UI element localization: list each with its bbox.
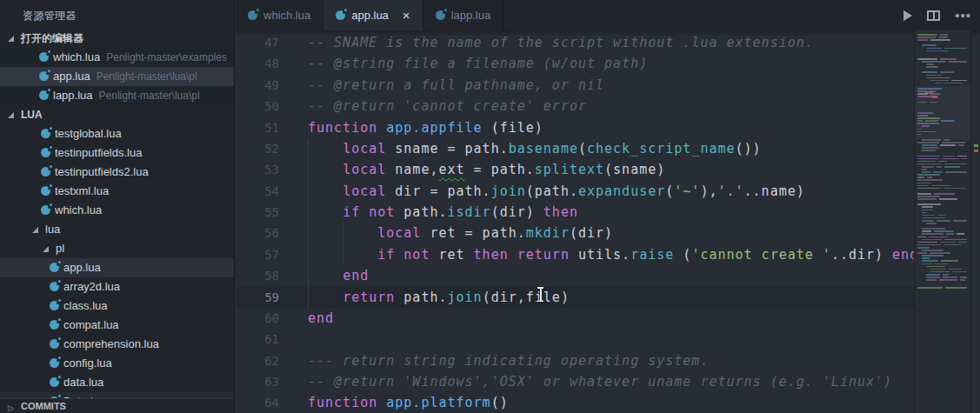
tree-file[interactable]: array2d.lua [0, 277, 234, 296]
lua-file-icon [39, 90, 49, 100]
minimap-line [917, 58, 937, 60]
minimap-line [960, 279, 965, 281]
minimap-line [939, 279, 957, 281]
open-editors-header[interactable]: 打开的编辑器 [0, 29, 234, 48]
line-number: 64 [236, 392, 279, 413]
minimap-line [940, 71, 955, 73]
tab-which.lua[interactable]: which.lua [236, 0, 323, 30]
more-actions-icon[interactable]: ••• [955, 11, 971, 20]
split-editor-icon[interactable] [927, 10, 940, 21]
open-editor-item[interactable]: app.luaPenlight-master\lua\pl [0, 67, 234, 86]
minimap-line [937, 215, 945, 216]
minimap-line [940, 58, 957, 60]
line-number: 50 [236, 96, 279, 117]
open-editor-item[interactable]: which.luaPenlight-master\examples [0, 48, 234, 67]
folder-name: pl [56, 242, 64, 255]
minimap-line [946, 233, 954, 235]
close-icon[interactable]: × [403, 9, 410, 22]
tab-bar: which.luaapp.lua×lapp.lua ••• [236, 0, 980, 30]
minimap-line [926, 50, 948, 52]
minimap-line [939, 198, 957, 200]
code-line-48: 48-- @string file a filename (w/out path… [236, 53, 914, 74]
line-number: 59 [236, 287, 279, 308]
tab-lapp.lua[interactable]: lapp.lua [423, 0, 504, 30]
tab-label: lapp.lua [451, 9, 491, 22]
file-name: app.lua [63, 261, 101, 274]
lua-file-icon [41, 148, 50, 157]
folder-section-header[interactable]: LUA [0, 105, 234, 124]
code-line-57: 57 if not ret then return utils.raise ('… [236, 244, 914, 265]
minimap-line [917, 185, 929, 187]
minimap-line [943, 274, 949, 276]
line-number: 49 [236, 75, 279, 96]
minimap-line [940, 34, 948, 36]
minimap-line [953, 220, 967, 222]
code-editor[interactable]: 47-- SNAME is the name of the script wit… [236, 30, 980, 413]
lua-file-icon [50, 377, 59, 387]
minimap-line [917, 196, 940, 197]
minimap-line [917, 179, 943, 181]
minimap-line [922, 44, 937, 46]
tree-folder[interactable]: lua [0, 220, 234, 239]
minimap-line [944, 166, 960, 168]
minimap-line [917, 174, 940, 176]
tree-folder[interactable]: pl [0, 239, 234, 258]
minimap-line [938, 161, 947, 163]
explorer-sidebar: 资源管理器 打开的编辑器 which.luaPenlight-master\ex… [0, 0, 235, 413]
open-editor-item[interactable]: lapp.luaPenlight-master\lua\pl [0, 86, 234, 105]
minimap-line [951, 80, 967, 82]
minimap-line [934, 230, 954, 232]
indent-guide [343, 223, 343, 265]
commits-section-header[interactable]: ▷ COMMITS [0, 398, 234, 413]
scrollbar-lane[interactable] [970, 30, 980, 413]
code-line-49: 49-- @return a full pathname, or nil [236, 75, 914, 96]
tree-file[interactable]: testglobal.lua [0, 124, 234, 143]
run-icon[interactable] [903, 10, 912, 21]
minimap-line [938, 37, 948, 38]
lua-file-icon [41, 129, 50, 138]
tree-file[interactable]: config.lua [0, 354, 234, 373]
lua-file-icon [41, 205, 50, 215]
code-line-59: 59 return path.join(dir,file) [236, 287, 914, 308]
tree-file[interactable]: testinputfields2.lua [0, 163, 234, 182]
minimap-line [926, 48, 942, 50]
tree-file[interactable]: compat.lua [0, 316, 234, 335]
minimap-line [944, 239, 967, 241]
minimap-line [945, 171, 967, 173]
tree-file[interactable]: comprehension.lua [0, 335, 234, 354]
tree-file[interactable]: class.lua [0, 296, 234, 316]
minimap-line [922, 239, 942, 241]
minimap-line [926, 279, 937, 281]
code-lines: 47-- SNAME is the name of the script wit… [236, 32, 914, 413]
lua-file-icon [50, 282, 59, 291]
line-number: 62 [236, 350, 279, 371]
lua-file-icon [41, 167, 50, 177]
tree-file[interactable]: testxml.lua [0, 182, 234, 201]
minimap-line [931, 185, 951, 187]
lua-file-icon [248, 10, 257, 20]
tree-file[interactable]: testinputfields.lua [0, 143, 234, 163]
minimap-line [926, 266, 945, 268]
overview-ruler-mark [974, 144, 978, 147]
file-name: compat.lua [63, 318, 119, 331]
minimap-line [943, 156, 955, 157]
minimap-line [926, 77, 950, 79]
minimap-line [917, 183, 931, 184]
minimap-line [922, 250, 943, 251]
folder-name: lua [45, 223, 60, 236]
minimap-viewport[interactable] [915, 86, 971, 140]
tree-file[interactable]: which.lua [0, 201, 234, 220]
minimap-line [944, 163, 967, 165]
minimap-line [962, 158, 967, 160]
tree-file[interactable]: data.lua [0, 373, 234, 392]
minimap-line [917, 244, 941, 246]
line-number: 55 [236, 202, 279, 223]
tab-app.lua[interactable]: app.lua× [323, 0, 423, 30]
minimap-line [949, 61, 967, 63]
minimap-line [940, 242, 956, 243]
minimap[interactable] [914, 30, 970, 413]
minimap-line [930, 271, 950, 273]
minimap-line [917, 252, 927, 254]
minimap-line [958, 242, 967, 243]
tree-file[interactable]: app.lua [0, 258, 234, 277]
